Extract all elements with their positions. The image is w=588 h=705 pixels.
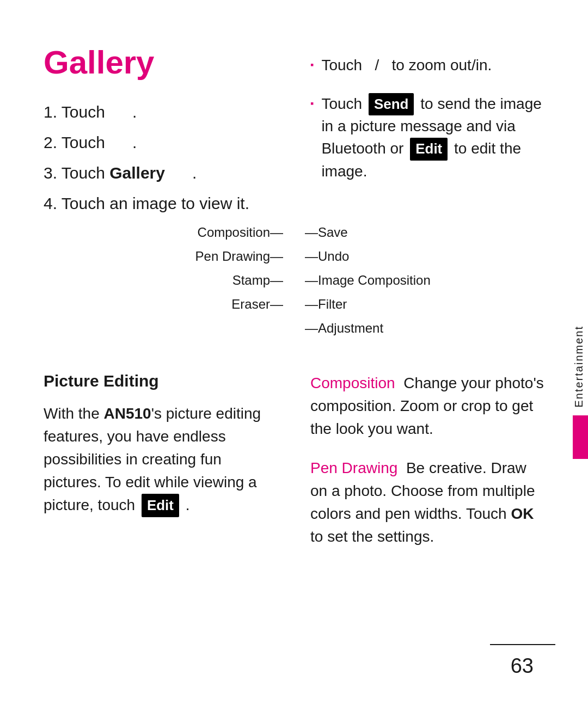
edit-badge: Edit xyxy=(410,138,448,161)
composition-label: Composition xyxy=(310,375,395,391)
send-badge: Send xyxy=(369,93,414,116)
step-text-4: Touch an image to view it. xyxy=(62,194,249,212)
slash-icon: / xyxy=(375,57,379,73)
diagram-pen-drawing: Pen Drawing— xyxy=(195,249,283,263)
step-number-1: 1. xyxy=(44,103,62,121)
entertainment-pink-bar xyxy=(573,415,588,459)
picture-editing-body: With the AN510's picture editing feature… xyxy=(44,402,278,517)
diagram-undo: —Undo xyxy=(305,249,349,263)
picture-editing-title: Picture Editing xyxy=(44,372,278,390)
diagram-composition: Composition— xyxy=(198,225,283,240)
diagram-left-item-4: Eraser— xyxy=(65,297,283,312)
step-item-2: 2. Touch . xyxy=(44,133,278,152)
diagram-save: —Save xyxy=(305,225,348,240)
bottom-left: Picture Editing With the AN510's picture… xyxy=(44,372,278,565)
entertainment-label: Entertainment xyxy=(570,317,588,416)
bullet-item-2: ▪ Touch Send to send the image in a pict… xyxy=(310,93,544,183)
diagram-right-item-4: —Filter xyxy=(305,297,523,312)
entertainment-wrapper: Entertainment xyxy=(570,317,588,459)
left-column: Gallery 1. Touch . 2. Touch . 3. Touch G… xyxy=(44,44,278,225)
page-number: 63 xyxy=(511,654,534,678)
right-column: ▪ Touch / to zoom out/in. ▪ Touch Send t… xyxy=(310,44,544,225)
diagram-right: —Save —Undo —Image Composition —Filter —… xyxy=(294,225,523,345)
step-list: 1. Touch . 2. Touch . 3. Touch Gallery . xyxy=(44,103,278,213)
bullet-item-1: ▪ Touch / to zoom out/in. xyxy=(310,54,544,77)
step-number-4: 4. xyxy=(44,194,62,212)
diagram-left-item-3: Stamp— xyxy=(65,273,283,288)
step-item-1: 1. Touch . xyxy=(44,103,278,121)
page-container: Gallery 1. Touch . 2. Touch . 3. Touch G… xyxy=(0,0,588,705)
step-number-2: 2. xyxy=(44,133,62,151)
diagram-eraser: Eraser— xyxy=(231,297,283,311)
bullet-text-1: Touch / to zoom out/in. xyxy=(321,54,544,77)
bullet-marker-2: ▪ xyxy=(310,96,314,111)
page-title: Gallery xyxy=(44,44,278,81)
diagram-stamp: Stamp— xyxy=(232,273,283,287)
step-item-4: 4. Touch an image to view it. xyxy=(44,194,278,213)
diagram-adjustment: —Adjustment xyxy=(305,321,383,335)
model-name: AN510 xyxy=(103,405,151,422)
diagram-left-item-1: Composition— xyxy=(65,225,283,240)
bottom-rule xyxy=(490,644,555,645)
step-icon-placeholder-1: . xyxy=(109,103,137,121)
pen-drawing-entry: Pen Drawing Be creative. Draw on a photo… xyxy=(310,457,544,548)
bullet-marker-1: ▪ xyxy=(310,58,314,72)
step-icon-placeholder-2: . xyxy=(109,133,137,151)
diagram-left-item-2: Pen Drawing— xyxy=(65,249,283,264)
diagram-section: Composition— Pen Drawing— Stamp— Eraser—… xyxy=(44,225,544,345)
bullet-text-2: Touch Send to send the image in a pictur… xyxy=(321,93,544,183)
step-number-3: 3. Touch xyxy=(44,164,109,182)
diagram-right-item-1: —Save xyxy=(305,225,523,240)
step-bold-gallery: Gallery xyxy=(109,164,165,182)
bottom-section: Picture Editing With the AN510's picture… xyxy=(44,372,544,565)
diagram-left: Composition— Pen Drawing— Stamp— Eraser— xyxy=(65,225,294,345)
edit-badge-2: Edit xyxy=(142,494,179,517)
pen-drawing-label: Pen Drawing xyxy=(310,459,397,476)
step-item-3: 3. Touch Gallery . xyxy=(44,164,278,182)
diagram-right-item-5: —Adjustment xyxy=(305,321,523,336)
bullet-list: ▪ Touch / to zoom out/in. ▪ Touch Send t… xyxy=(310,49,544,182)
step-text-1: Touch xyxy=(62,103,105,121)
diagram-filter: —Filter xyxy=(305,297,347,311)
main-content: Gallery 1. Touch . 2. Touch . 3. Touch G… xyxy=(44,44,544,225)
ok-bold: OK xyxy=(511,505,534,522)
step-icon-placeholder-3: . xyxy=(169,164,197,182)
step-text-2: Touch xyxy=(62,133,105,151)
composition-entry: Composition Change your photo's composit… xyxy=(310,372,544,440)
diagram-image-composition: —Image Composition xyxy=(305,273,431,287)
diagram-right-item-2: —Undo xyxy=(305,249,523,264)
bottom-right: Composition Change your photo's composit… xyxy=(310,372,544,565)
diagram-right-item-3: —Image Composition xyxy=(305,273,523,288)
